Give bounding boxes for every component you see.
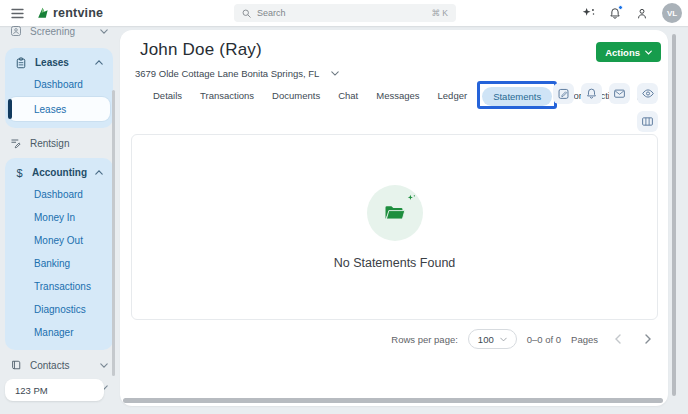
tab-details[interactable]: Details xyxy=(144,90,191,101)
tab-transactions[interactable]: Transactions xyxy=(191,90,263,101)
eye-icon xyxy=(641,87,655,100)
chevron-down-icon xyxy=(500,337,507,342)
sidebar-group-label: Accounting xyxy=(32,167,87,178)
lease-toolbar xyxy=(553,83,658,104)
sidebar-item-accounting[interactable]: $ Accounting xyxy=(5,162,113,183)
columns-button[interactable] xyxy=(637,111,658,132)
sidebar-item-accounting-dashboard[interactable]: Dashboard xyxy=(5,183,113,206)
sidebar-item-leases-dashboard[interactable]: Dashboard xyxy=(5,73,113,96)
chevron-down-icon xyxy=(100,363,108,368)
horizontal-scrollbar[interactable] xyxy=(123,398,663,403)
menu-icon[interactable] xyxy=(10,6,24,20)
chevron-up-icon xyxy=(95,170,103,175)
sidebar-item-money-out[interactable]: Money Out xyxy=(5,229,113,252)
empty-state-badge xyxy=(367,185,423,241)
clipboard-icon xyxy=(15,57,27,69)
chevron-down-icon xyxy=(645,50,652,55)
tab-chat[interactable]: Chat xyxy=(329,90,367,101)
search-placeholder: Search xyxy=(257,8,425,18)
columns-toolbar xyxy=(637,111,658,132)
tab-statements[interactable]: Statements xyxy=(482,87,552,106)
profile-person-icon[interactable] xyxy=(635,6,649,20)
compose-icon xyxy=(557,87,570,100)
sidebar-item-money-in[interactable]: Money In xyxy=(5,206,113,229)
main-panel: John Doe (Ray) 3679 Olde Cottage Lane Bo… xyxy=(120,30,668,406)
alerts-button[interactable] xyxy=(581,83,602,104)
bell-icon xyxy=(585,87,598,100)
tab-ledger[interactable]: Ledger xyxy=(429,90,477,101)
page-title: John Doe (Ray) xyxy=(140,40,262,60)
rows-per-page-value: 100 xyxy=(478,334,494,345)
rows-per-page-label: Rows per page: xyxy=(391,334,458,345)
rentsign-icon xyxy=(10,137,22,149)
rows-per-page-select[interactable]: 100 xyxy=(468,329,517,349)
sidebar-group-label: Leases xyxy=(35,57,69,68)
rentvine-logo: rentvine xyxy=(36,6,103,20)
tab-messages[interactable]: Messages xyxy=(367,90,428,101)
sidebar-item-contacts[interactable]: Contacts xyxy=(0,354,118,376)
app-window: rentvine Search ⌘ K VL Screening xyxy=(0,0,688,414)
search-input[interactable]: Search ⌘ K xyxy=(234,4,456,22)
sidebar-item-rentsign[interactable]: Rentsign xyxy=(0,132,118,154)
chevron-down-icon xyxy=(331,71,339,76)
previous-page-chevron-left-icon[interactable] xyxy=(612,334,624,344)
sidebar-item-transactions[interactable]: Transactions xyxy=(5,275,113,298)
sidebar-item-manager[interactable]: Manager xyxy=(5,321,113,344)
sidebar-group-accounting: $ Accounting Dashboard Money In Money Ou… xyxy=(5,158,113,350)
chevron-down-icon xyxy=(100,29,108,34)
sparkle-icon xyxy=(407,194,416,203)
email-button[interactable] xyxy=(609,83,630,104)
notification-dot xyxy=(618,5,623,10)
company-selector[interactable]: 123 PM xyxy=(5,379,104,401)
search-icon xyxy=(242,9,251,18)
pagination-range: 0–0 of 0 xyxy=(527,334,561,345)
chevron-up-icon xyxy=(95,60,103,65)
dollar-icon: $ xyxy=(15,167,24,179)
sidebar-item-leases[interactable]: Leases xyxy=(5,52,113,73)
property-selector[interactable]: 3679 Olde Cottage Lane Bonita Springs, F… xyxy=(135,68,339,79)
sidebar-item-label: Contacts xyxy=(30,360,69,371)
sidebar-item-leases-leases[interactable]: Leases xyxy=(8,97,110,121)
sidebar-item-label: Screening xyxy=(30,26,75,37)
watch-button[interactable] xyxy=(637,83,658,104)
property-address: 3679 Olde Cottage Lane Bonita Springs, F… xyxy=(135,68,319,79)
logo-text: rentvine xyxy=(53,6,103,20)
sidebar-scrollbar[interactable] xyxy=(112,90,115,376)
statements-empty-card: No Statements Found xyxy=(131,134,658,320)
search-shortcut: ⌘ K xyxy=(431,8,448,18)
rentvine-logo-icon xyxy=(36,6,50,20)
active-tab-highlight-box: Statements xyxy=(477,81,557,109)
columns-icon xyxy=(641,115,654,128)
sidebar-item-label: Rentsign xyxy=(30,138,69,149)
screening-icon xyxy=(10,25,22,37)
ai-sparkle-icon[interactable] xyxy=(581,6,595,20)
actions-button[interactable]: Actions xyxy=(596,42,661,62)
contacts-book-icon xyxy=(10,359,22,371)
tab-documents[interactable]: Documents xyxy=(263,90,329,101)
sidebar: Screening Leases Dashboard Leases Rentsi… xyxy=(0,26,118,414)
actions-button-label: Actions xyxy=(605,47,640,58)
top-bar-actions: VL xyxy=(581,0,682,26)
next-page-chevron-right-icon[interactable] xyxy=(642,334,654,344)
edit-note-button[interactable] xyxy=(553,83,574,104)
pages-label: Pages xyxy=(571,334,598,345)
pagination-bar: Rows per page: 100 0–0 of 0 Pages xyxy=(391,328,654,350)
notifications-bell-icon[interactable] xyxy=(608,6,622,20)
user-avatar[interactable]: VL xyxy=(662,3,682,23)
empty-state-text: No Statements Found xyxy=(334,256,456,270)
vertical-scrollbar[interactable] xyxy=(672,34,676,396)
envelope-icon xyxy=(613,87,626,100)
sidebar-group-leases: Leases Dashboard Leases xyxy=(5,48,113,128)
sidebar-item-diagnostics[interactable]: Diagnostics xyxy=(5,298,113,321)
folder-open-icon xyxy=(383,202,407,224)
sidebar-item-banking[interactable]: Banking xyxy=(5,252,113,275)
top-bar: rentvine Search ⌘ K VL xyxy=(0,0,688,26)
